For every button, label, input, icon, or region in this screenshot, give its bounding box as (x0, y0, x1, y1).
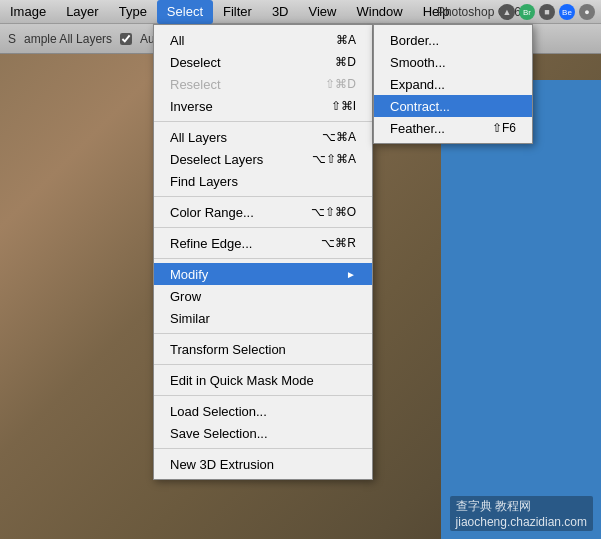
menu-item-3d-extrusion[interactable]: New 3D Extrusion (154, 453, 372, 475)
menu-item-grow[interactable]: Grow (154, 285, 372, 307)
watermark-text: 查字典 教程网 (456, 499, 531, 513)
top-right-icons: ▲ Br ■ Be ● (499, 0, 601, 24)
menu-item-refine-edge[interactable]: Refine Edge... ⌥⌘R (154, 232, 372, 254)
sample-layers-label: S (8, 32, 16, 46)
submenu-item-smooth[interactable]: Smooth... (374, 51, 532, 73)
sep8 (154, 448, 372, 449)
menu-item-find-layers[interactable]: Find Layers (154, 170, 372, 192)
sep1 (154, 121, 372, 122)
menu-item-reselect[interactable]: Reselect ⇧⌘D (154, 73, 372, 95)
submenu-item-expand[interactable]: Expand... (374, 73, 532, 95)
cloud-icon[interactable]: ▲ (499, 4, 515, 20)
submenu-item-border[interactable]: Border... (374, 29, 532, 51)
menu-item-similar[interactable]: Similar (154, 307, 372, 329)
menu-item-modify[interactable]: Modify ► (154, 263, 372, 285)
sep2 (154, 196, 372, 197)
menu-item-inverse[interactable]: Inverse ⇧⌘I (154, 95, 372, 117)
sep3 (154, 227, 372, 228)
behance-icon[interactable]: Be (559, 4, 575, 20)
sep7 (154, 395, 372, 396)
watermark-url: jiaocheng.chazidian.com (456, 515, 587, 529)
select-dropdown: All ⌘A Deselect ⌘D Reselect ⇧⌘D Inverse … (153, 24, 373, 480)
menu-item-quick-mask[interactable]: Edit in Quick Mask Mode (154, 369, 372, 391)
device-icon[interactable]: ■ (539, 4, 555, 20)
menu-window[interactable]: Window (346, 0, 412, 24)
submenu-item-contract[interactable]: Contract... (374, 95, 532, 117)
search-icon[interactable]: ● (579, 4, 595, 20)
bridge-icon[interactable]: Br (519, 4, 535, 20)
modify-submenu: Border... Smooth... Expand... Contract..… (373, 24, 533, 144)
sep4 (154, 258, 372, 259)
menu-filter[interactable]: Filter (213, 0, 262, 24)
menu-view[interactable]: View (299, 0, 347, 24)
auto-enhance-checkbox[interactable] (120, 33, 132, 45)
menu-3d[interactable]: 3D (262, 0, 299, 24)
watermark: 查字典 教程网 jiaocheng.chazidian.com (450, 496, 593, 531)
menu-item-deselect-layers[interactable]: Deselect Layers ⌥⇧⌘A (154, 148, 372, 170)
menubar: Image Layer Type Select Filter 3D View W… (0, 0, 601, 24)
menu-item-load-selection[interactable]: Load Selection... (154, 400, 372, 422)
blue-door (441, 80, 601, 539)
submenu-item-feather[interactable]: Feather... ⇧F6 (374, 117, 532, 139)
menu-select[interactable]: Select (157, 0, 213, 24)
sep6 (154, 364, 372, 365)
menu-item-save-selection[interactable]: Save Selection... (154, 422, 372, 444)
menu-item-transform-selection[interactable]: Transform Selection (154, 338, 372, 360)
sep5 (154, 333, 372, 334)
menu-item-all[interactable]: All ⌘A (154, 29, 372, 51)
menu-item-deselect[interactable]: Deselect ⌘D (154, 51, 372, 73)
sample-all-label: ample All Layers (24, 32, 112, 46)
menu-layer[interactable]: Layer (56, 0, 109, 24)
menu-type[interactable]: Type (109, 0, 157, 24)
menu-item-color-range[interactable]: Color Range... ⌥⇧⌘O (154, 201, 372, 223)
menu-image[interactable]: Image (0, 0, 56, 24)
menu-item-all-layers[interactable]: All Layers ⌥⌘A (154, 126, 372, 148)
